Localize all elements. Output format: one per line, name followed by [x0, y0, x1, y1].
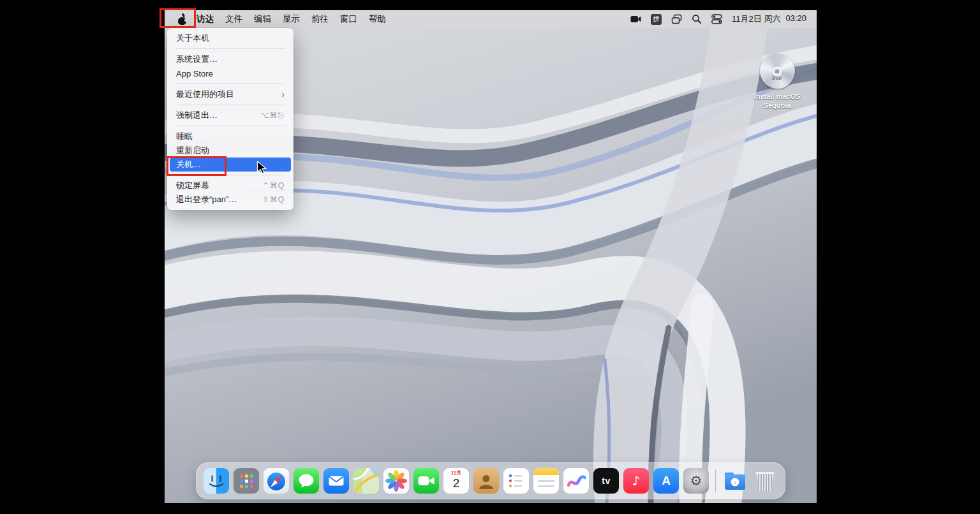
- chevron-right-icon: ›: [281, 90, 285, 99]
- menu-item-app-store[interactable]: App Store: [170, 66, 291, 80]
- calendar-month-label: 11月: [451, 470, 461, 476]
- desktop-icon-label: Install macOS Sequoia: [748, 92, 806, 110]
- dock: 11月 2 tv ♪: [196, 462, 785, 499]
- screen-recording-icon[interactable]: [630, 15, 641, 23]
- annotation-box-shut-down: [167, 156, 226, 176]
- menu-item-label: App Store: [176, 69, 213, 78]
- dock-reminders-icon[interactable]: [503, 468, 529, 494]
- dock-facetime-icon[interactable]: [413, 468, 439, 494]
- desktop-icon-install-macos[interactable]: DVD Install macOS Sequoia: [746, 54, 808, 110]
- gear-icon: ⚙: [690, 474, 702, 488]
- dock-maps-icon[interactable]: [353, 468, 379, 494]
- menu-item-label: 最近使用的项目: [176, 89, 234, 100]
- dock-downloads-icon[interactable]: ↓: [722, 468, 748, 494]
- menubar-time: 03:20: [785, 13, 806, 25]
- menu-item-recent-items[interactable]: 最近使用的项目 ›: [170, 87, 291, 101]
- dock-contacts-icon[interactable]: [473, 468, 499, 494]
- menubar-item-file[interactable]: 文件: [219, 10, 248, 28]
- menubar-item-view[interactable]: 显示: [277, 10, 306, 28]
- dock-photos-icon[interactable]: [383, 468, 409, 494]
- menu-item-label: 关于本机: [176, 33, 209, 44]
- menu-item-about-this-mac[interactable]: 关于本机: [170, 31, 291, 45]
- menu-item-label: 锁定屏幕: [176, 180, 209, 191]
- menubar-item-edit[interactable]: 编辑: [248, 10, 277, 28]
- annotation-box-apple-menu: [160, 8, 196, 28]
- menu-item-system-settings[interactable]: 系统设置…: [170, 52, 291, 66]
- menu-separator: [176, 105, 285, 105]
- dock-settings-icon[interactable]: ⚙: [683, 468, 709, 494]
- menu-item-shortcut: ⌥⌘⎋: [260, 111, 285, 120]
- menu-item-shortcut: ⇧⌘Q: [263, 195, 285, 204]
- dvd-logo-text: DVD: [773, 75, 782, 80]
- dock-freeform-icon[interactable]: [563, 468, 589, 494]
- control-center-icon[interactable]: [711, 14, 722, 24]
- window-stack-icon[interactable]: [671, 14, 682, 24]
- menu-separator: [176, 126, 285, 126]
- input-method-icon[interactable]: 拼: [651, 14, 662, 25]
- menu-item-shortcut: ⌃⌘Q: [263, 181, 285, 190]
- dock-messages-icon[interactable]: [293, 468, 319, 494]
- tv-label: tv: [602, 476, 610, 486]
- menu-bar: 访达 文件 编辑 显示 前往 窗口 帮助 拼: [165, 10, 817, 28]
- menubar-clock[interactable]: 11月2日 周六 03:20: [732, 13, 806, 25]
- mouse-cursor: [256, 161, 267, 175]
- menubar-item-window[interactable]: 窗口: [334, 10, 363, 28]
- dock-separator: [715, 469, 716, 492]
- menu-item-label: 睡眠: [176, 131, 193, 142]
- dock-music-icon[interactable]: ♪: [623, 468, 649, 494]
- menu-item-lock-screen[interactable]: 锁定屏幕 ⌃⌘Q: [170, 179, 291, 193]
- dock-calendar-icon[interactable]: 11月 2: [443, 468, 469, 494]
- dock-trash-icon[interactable]: [752, 468, 778, 494]
- dock-notes-icon[interactable]: [533, 468, 559, 494]
- menu-item-restart[interactable]: 重新启动: [170, 143, 291, 158]
- stage: 访达 文件 编辑 显示 前往 窗口 帮助 拼: [0, 0, 980, 514]
- menubar-date: 11月2日 周六: [732, 13, 780, 25]
- dvd-disc-icon: DVD: [760, 54, 795, 89]
- dock-appstore-icon[interactable]: A: [653, 468, 679, 494]
- menu-item-label: 强制退出…: [176, 110, 218, 121]
- menu-item-label: 系统设置…: [176, 54, 218, 65]
- dock-finder-icon[interactable]: [204, 468, 229, 494]
- apple-menu: 关于本机 系统设置… App Store 最近使用的项目 › 强制退出… ⌥⌘⎋…: [167, 28, 293, 210]
- dock-safari-icon[interactable]: [264, 468, 289, 494]
- dock-appletv-icon[interactable]: tv: [593, 468, 619, 494]
- macos-screen: 访达 文件 编辑 显示 前往 窗口 帮助 拼: [165, 10, 817, 503]
- download-arrow-icon: ↓: [731, 478, 739, 487]
- calendar-day-label: 2: [453, 476, 460, 490]
- menubar-item-go[interactable]: 前往: [306, 10, 334, 28]
- menu-bar-status: 拼 11月2日 周六 03:20: [630, 10, 806, 28]
- menu-item-force-quit[interactable]: 强制退出… ⌥⌘⎋: [170, 108, 291, 122]
- menu-item-sleep[interactable]: 睡眠: [170, 129, 291, 143]
- menu-bar-left: 访达 文件 编辑 显示 前往 窗口 帮助: [173, 10, 392, 28]
- menu-separator: [176, 48, 285, 49]
- dock-mail-icon[interactable]: [323, 468, 349, 494]
- menu-item-log-out[interactable]: 退出登录“pan”… ⇧⌘Q: [170, 193, 291, 207]
- appstore-letter: A: [662, 474, 671, 488]
- menu-separator: [176, 84, 285, 84]
- menubar-item-help[interactable]: 帮助: [363, 10, 392, 28]
- music-note-icon: ♪: [632, 473, 641, 488]
- search-icon[interactable]: [692, 14, 702, 24]
- menu-item-label: 退出登录“pan”…: [176, 194, 237, 205]
- menu-item-label: 重新启动: [176, 145, 209, 156]
- dock-launchpad-icon[interactable]: [234, 468, 259, 494]
